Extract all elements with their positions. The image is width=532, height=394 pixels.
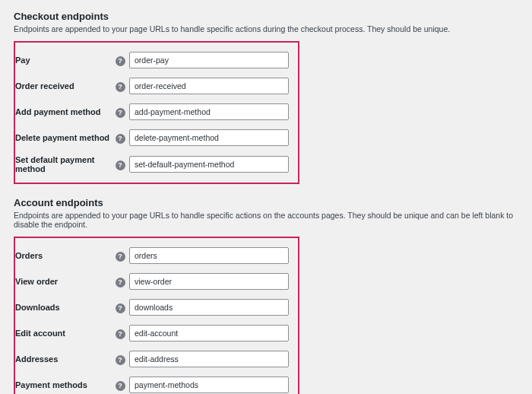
pay-input[interactable] bbox=[129, 52, 289, 68]
orders-input[interactable] bbox=[129, 247, 289, 264]
help-icon[interactable]: ? bbox=[116, 303, 125, 313]
help-icon[interactable]: ? bbox=[116, 329, 125, 339]
set-default-payment-method-input[interactable] bbox=[129, 156, 289, 173]
orders-label: Orders bbox=[15, 243, 114, 268]
add-payment-method-label: Add payment method bbox=[15, 99, 114, 125]
set-default-payment-method-label: Set default payment method bbox=[15, 151, 114, 178]
help-icon[interactable]: ? bbox=[116, 278, 125, 288]
addresses-label: Addresses bbox=[15, 346, 114, 372]
view-order-input[interactable] bbox=[129, 273, 289, 290]
checkout-endpoints-desc: Endpoints are appended to your page URLs… bbox=[14, 24, 518, 33]
help-icon[interactable]: ? bbox=[116, 252, 125, 262]
edit-account-label: Edit account bbox=[15, 320, 114, 346]
checkout-endpoints-title: Checkout endpoints bbox=[14, 11, 518, 22]
account-endpoints-title: Account endpoints bbox=[14, 197, 518, 208]
help-icon[interactable]: ? bbox=[116, 134, 125, 144]
delete-payment-method-label: Delete payment method bbox=[15, 125, 114, 151]
help-icon[interactable]: ? bbox=[116, 381, 125, 391]
order-received-input[interactable] bbox=[129, 78, 289, 94]
checkout-endpoints-group: Pay ? Order received ? Add payment metho… bbox=[14, 41, 299, 184]
help-icon[interactable]: ? bbox=[116, 160, 125, 170]
help-icon[interactable]: ? bbox=[116, 108, 125, 118]
edit-account-input[interactable] bbox=[129, 325, 289, 342]
delete-payment-method-input[interactable] bbox=[129, 129, 289, 146]
downloads-input[interactable] bbox=[129, 299, 289, 316]
payment-methods-input[interactable] bbox=[129, 377, 289, 393]
pay-label: Pay bbox=[15, 47, 114, 73]
downloads-label: Downloads bbox=[15, 294, 114, 320]
account-endpoints-group: Orders ? View order ? Downloads ? Edit a… bbox=[14, 237, 299, 394]
help-icon[interactable]: ? bbox=[116, 82, 125, 92]
help-icon[interactable]: ? bbox=[116, 56, 125, 66]
order-received-label: Order received bbox=[15, 73, 114, 99]
help-icon[interactable]: ? bbox=[116, 355, 125, 365]
view-order-label: View order bbox=[15, 268, 114, 294]
add-payment-method-input[interactable] bbox=[129, 103, 289, 120]
account-endpoints-desc: Endpoints are appended to your page URLs… bbox=[14, 211, 518, 229]
payment-methods-label: Payment methods bbox=[15, 372, 114, 394]
addresses-input[interactable] bbox=[129, 351, 289, 367]
